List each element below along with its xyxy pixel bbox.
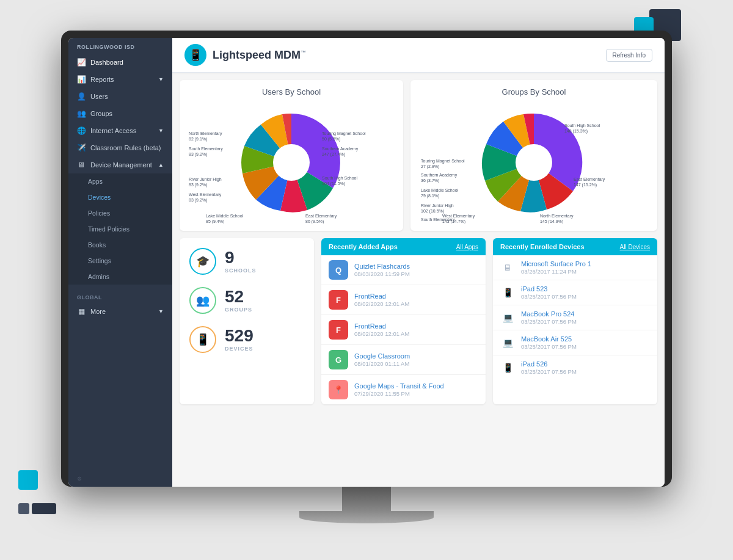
all-devices-link[interactable]: All Devices	[620, 244, 650, 250]
app-item-name[interactable]: FrontRead	[354, 293, 409, 300]
device-item-name[interactable]: MacBook Pro 524	[521, 310, 577, 318]
app-item-name[interactable]: Google Maps - Transit & Food	[354, 382, 444, 390]
sidebar-item-dashboard[interactable]: 📈 Dashboard	[68, 54, 172, 71]
device-list-item[interactable]: 🖥 Microsoft Surface Pro 1 03/26/2017 11:…	[493, 255, 657, 280]
apps-list-title: Recently Added Apps	[329, 243, 398, 250]
device-item-name[interactable]: MacBook Air 525	[521, 335, 577, 343]
svg-text:West Elementary: West Elementary	[189, 192, 222, 197]
monitor-frame: ROLLINGWOOD ISD 📈 Dashboard 📊 Reports ▼ …	[61, 31, 672, 487]
refresh-button[interactable]: Refresh Info	[606, 49, 652, 62]
sidebar-item-settings[interactable]: Settings	[68, 253, 172, 269]
device-item-date: 03/25/2017 07:56 PM	[521, 318, 577, 325]
device-item-name[interactable]: Microsoft Surface Pro 1	[521, 260, 591, 267]
classroom-icon: ✈️	[77, 144, 86, 152]
charts-row: Users By School	[180, 80, 657, 231]
sidebar-item-device-management[interactable]: 🖥 Device Management ▲	[68, 156, 172, 173]
app-icon: G	[329, 350, 348, 369]
svg-text:50 (5.5%): 50 (5.5%)	[322, 137, 340, 142]
sidebar-item-more[interactable]: ▦ More ▼	[68, 303, 172, 320]
svg-text:South Elementary: South Elementary	[189, 147, 223, 151]
sidebar-item-internet-access[interactable]: 🌐 Internet Access ▼	[68, 122, 172, 139]
sidebar-item-books[interactable]: Books	[68, 237, 172, 253]
app-item-info: Google Maps - Transit & Food 07/29/2020 …	[354, 382, 444, 397]
svg-text:Southern Academy: Southern Academy	[421, 173, 458, 178]
users-chart-title: Users By School	[187, 87, 396, 96]
schools-icon: 🎓	[189, 248, 216, 275]
devices-list-title: Recently Enrolled Devices	[500, 243, 585, 250]
svg-text:83 (9.2%): 83 (9.2%)	[189, 183, 207, 187]
svg-text:Lake Middle School: Lake Middle School	[206, 214, 244, 218]
internet-chevron: ▼	[158, 128, 164, 134]
app-list-item[interactable]: Q Quizlet Flashcards 08/03/2020 11:59 PM	[321, 255, 486, 285]
app-item-name[interactable]: Google Classroom	[354, 352, 410, 360]
reports-chevron: ▼	[158, 76, 164, 82]
device-icon: 🖥	[500, 260, 515, 275]
app-list-item[interactable]: F FrontRead 08/02/2020 12:01 AM	[321, 315, 486, 345]
device-item-name[interactable]: iPad 526	[521, 360, 577, 368]
svg-text:East Elementary: East Elementary	[305, 214, 337, 219]
sidebar-item-timed-policies[interactable]: Timed Policies	[68, 221, 172, 237]
svg-text:Touring Magnet School: Touring Magnet School	[322, 131, 366, 136]
recently-added-apps-card: Recently Added Apps All Apps Q Quizlet F…	[321, 238, 486, 404]
svg-text:North Elementary: North Elementary	[540, 214, 574, 219]
device-icon: 💻	[500, 335, 515, 350]
main-content: 📱 Lightspeed MDM™ Refresh Info Users By …	[172, 38, 665, 487]
groups-chart-title: Groups By School	[418, 87, 650, 96]
app-item-date: 07/29/2020 11:55 PM	[354, 390, 444, 397]
schools-label: SCHOOLS	[225, 267, 257, 274]
app-list-item[interactable]: G Google Classroom 08/01/2020 01:11 AM	[321, 345, 486, 375]
all-apps-link[interactable]: All Apps	[456, 244, 478, 250]
sidebar-item-reports[interactable]: 📊 Reports ▼	[68, 71, 172, 88]
global-section-label: GLOBAL	[68, 288, 172, 303]
device-list-item[interactable]: 💻 MacBook Air 525 03/25/2017 07:56 PM	[493, 330, 657, 355]
devices-label: DEVICES	[225, 346, 253, 352]
app-item-date: 08/02/2020 12:01 AM	[354, 330, 409, 337]
apps-list-header: Recently Added Apps All Apps	[321, 238, 486, 255]
sidebar-item-classroom-rules[interactable]: ✈️ Classroom Rules (beta)	[68, 139, 172, 156]
svg-text:148 (15.3%): 148 (15.3%)	[564, 129, 588, 134]
device-item-name[interactable]: iPad 523	[521, 285, 577, 293]
users-by-school-card: Users By School	[180, 80, 403, 231]
app-icon: F	[329, 320, 348, 340]
device-item-info: Microsoft Surface Pro 1 03/26/2017 11:24…	[521, 260, 591, 275]
device-icon: 📱	[500, 360, 515, 375]
device-management-submenu: Apps Devices Policies Timed Policies Boo…	[68, 173, 172, 285]
groups-pie-chart: South High School 148 (15.3%) East Eleme…	[418, 101, 650, 224]
sidebar-item-policies[interactable]: Policies	[68, 205, 172, 221]
logo-icon: 📱	[184, 44, 206, 66]
dashboard: Users By School	[172, 73, 665, 412]
sidebar-item-admins[interactable]: Admins	[68, 269, 172, 285]
svg-text:247 (27.4%): 247 (27.4%)	[322, 152, 345, 157]
sidebar: ROLLINGWOOD ISD 📈 Dashboard 📊 Reports ▼ …	[68, 38, 172, 487]
svg-text:Southern Academy: Southern Academy	[322, 147, 359, 151]
monitor-wrapper: ROLLINGWOOD ISD 📈 Dashboard 📊 Reports ▼ …	[31, 31, 702, 523]
reports-icon: 📊	[77, 75, 86, 84]
device-list-item[interactable]: 📱 iPad 523 03/25/2017 07:56 PM	[493, 280, 657, 305]
svg-text:83 (9.2%): 83 (9.2%)	[189, 152, 207, 157]
app-item-date: 08/02/2020 12:01 AM	[354, 300, 409, 307]
app-item-name[interactable]: Quizlet Flashcards	[354, 263, 410, 270]
internet-icon: 🌐	[77, 126, 86, 135]
svg-text:143 (14.7%): 143 (14.7%)	[442, 219, 465, 224]
device-item-info: MacBook Air 525 03/25/2017 07:56 PM	[521, 335, 577, 350]
svg-text:145 (14.9%): 145 (14.9%)	[540, 219, 563, 224]
app-item-name[interactable]: FrontRead	[354, 322, 409, 330]
app-list-item[interactable]: F FrontRead 08/02/2020 12:01 AM	[321, 285, 486, 315]
groups-info: 52 GROUPS	[225, 288, 252, 313]
svg-text:27 (2.8%): 27 (2.8%)	[421, 164, 439, 169]
svg-text:River Junior High: River Junior High	[421, 203, 454, 208]
device-icon: 💻	[500, 310, 515, 325]
device-list-item[interactable]: 💻 MacBook Pro 524 03/25/2017 07:56 PM	[493, 305, 657, 330]
svg-text:South High School: South High School	[322, 176, 357, 181]
device-item-info: iPad 526 03/25/2017 07:56 PM	[521, 360, 577, 375]
sidebar-org: ROLLINGWOOD ISD	[68, 38, 172, 54]
users-chart-container: Touring Magnet School 50 (5.5%) Southern…	[187, 101, 396, 224]
users-pie-chart: Touring Magnet School 50 (5.5%) Southern…	[188, 101, 395, 224]
app-list-item[interactable]: 📍 Google Maps - Transit & Food 07/29/202…	[321, 375, 486, 404]
sidebar-item-apps[interactable]: Apps	[68, 173, 172, 189]
device-list-item[interactable]: 📱 iPad 526 03/25/2017 07:56 PM	[493, 355, 657, 380]
devices-list: 🖥 Microsoft Surface Pro 1 03/26/2017 11:…	[493, 255, 657, 380]
sidebar-item-devices[interactable]: Devices	[68, 189, 172, 205]
sidebar-item-groups[interactable]: 👥 Groups	[68, 105, 172, 122]
sidebar-item-users[interactable]: 👤 Users	[68, 88, 172, 105]
